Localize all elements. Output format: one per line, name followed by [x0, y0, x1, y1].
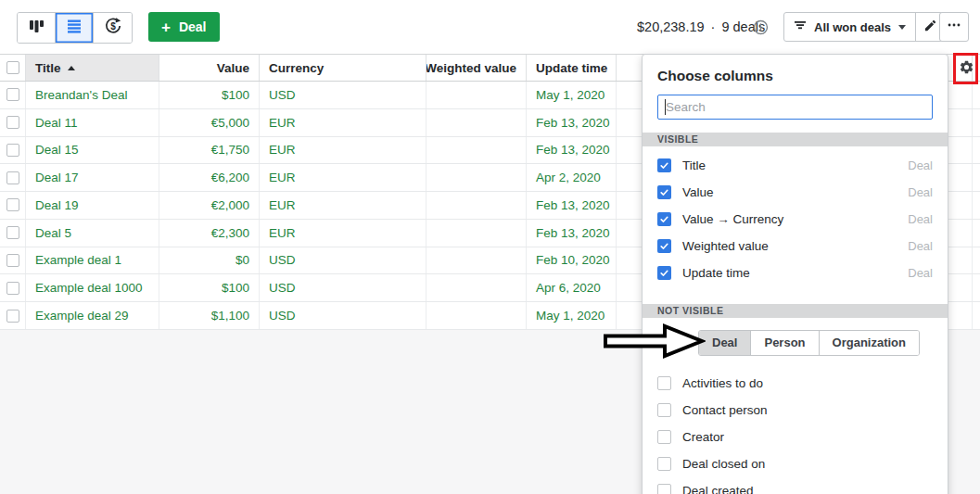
hidden-column-item[interactable]: Deal created: [643, 477, 948, 494]
row-checkbox[interactable]: [6, 226, 19, 239]
svg-text:$: $: [110, 21, 116, 32]
more-button[interactable]: [939, 12, 969, 42]
checkbox-checked[interactable]: [657, 239, 671, 253]
checkmark-icon: [661, 244, 668, 248]
row-checkbox-cell: [0, 302, 26, 329]
deal-title-link[interactable]: Example deal 29: [35, 309, 129, 323]
row-checkbox[interactable]: [6, 116, 19, 129]
deal-update-time: May 1, 2020: [527, 82, 617, 108]
hidden-column-item[interactable]: Creator: [643, 424, 948, 450]
visible-column-item[interactable]: Value → Currency Deal: [643, 206, 948, 233]
tab-deal[interactable]: Deal: [699, 331, 750, 355]
deal-weighted-value: [426, 82, 527, 108]
column-header-title[interactable]: Title: [26, 55, 159, 81]
deal-weighted-value: [426, 274, 527, 301]
search-wrapper: [657, 95, 933, 120]
column-scope-label: Deal: [908, 185, 933, 199]
column-header-title-label: Title: [35, 61, 61, 75]
deal-title-link[interactable]: Deal 11: [35, 116, 78, 130]
pipeline-view-button[interactable]: [18, 13, 56, 43]
column-label: Deal closed on: [682, 457, 933, 471]
forecast-view-button[interactable]: $: [94, 13, 132, 43]
deal-title-link[interactable]: Deal 15: [35, 143, 79, 157]
deal-update-time: Feb 13, 2020: [527, 109, 617, 136]
deal-weighted-value: [426, 247, 527, 274]
column-search-input[interactable]: [657, 95, 933, 120]
entity-tabs: Deal Person Organization: [698, 330, 920, 356]
checkbox-unchecked[interactable]: [657, 430, 671, 444]
column-scope-label: Deal: [908, 266, 933, 280]
checkbox-unchecked[interactable]: [657, 484, 671, 494]
checkmark-icon: [661, 163, 668, 168]
row-checkbox[interactable]: [6, 282, 19, 295]
visible-column-item[interactable]: Update time Deal: [643, 260, 948, 286]
column-label: Deal created: [682, 484, 933, 494]
hidden-column-item[interactable]: Contact person: [643, 397, 948, 424]
visible-column-item[interactable]: Title Deal: [643, 152, 948, 179]
visible-column-item[interactable]: Weighted value Deal: [643, 233, 948, 260]
row-checkbox[interactable]: [6, 144, 19, 157]
row-checkbox[interactable]: [6, 88, 19, 101]
deal-update-time: Apr 6, 2020: [527, 274, 617, 301]
list-view-button[interactable]: [56, 13, 94, 43]
deal-title-link[interactable]: Breandan's Deal: [35, 88, 127, 102]
info-icon[interactable]: [752, 19, 769, 35]
deal-update-time: Feb 10, 2020: [527, 247, 617, 274]
plus-icon: +: [161, 19, 171, 35]
panel-title: Choose columns: [657, 68, 933, 84]
add-deal-label: Deal: [179, 19, 207, 34]
checkbox-checked[interactable]: [657, 185, 671, 199]
deal-title-link[interactable]: Deal 17: [35, 171, 79, 184]
row-checkbox[interactable]: [6, 171, 19, 184]
visible-column-item[interactable]: Value Deal: [643, 179, 948, 206]
deal-title-link[interactable]: Example deal 1: [35, 253, 121, 267]
deal-currency: EUR: [260, 220, 426, 247]
deal-weighted-value: [426, 192, 527, 219]
empty-cell: [973, 137, 980, 164]
deal-value: $1,100: [159, 302, 260, 329]
column-scope-label: Deal: [908, 158, 933, 172]
row-checkbox[interactable]: [6, 254, 19, 267]
deals-summary: $20,238.19 · 9 deals: [637, 0, 765, 54]
checkbox-unchecked[interactable]: [657, 403, 671, 417]
deal-title-cell: Example deal 1000: [26, 274, 159, 301]
empty-cell: [973, 274, 980, 301]
column-header-currency[interactable]: Currency: [260, 55, 426, 81]
tab-organization[interactable]: Organization: [819, 331, 919, 355]
filter-button-group: All won deals: [783, 12, 945, 42]
filter-dropdown-button[interactable]: All won deals: [784, 13, 915, 41]
column-settings-gear-button[interactable]: [955, 57, 977, 80]
deal-weighted-value: [426, 137, 527, 164]
hidden-column-item[interactable]: Activities to do: [643, 370, 948, 397]
column-header-update-time[interactable]: Update time: [527, 55, 617, 81]
deal-title-link[interactable]: Example deal 1000: [35, 281, 143, 295]
deal-value: $100: [159, 274, 260, 301]
column-header-weighted-value[interactable]: Weighted value: [426, 55, 527, 81]
column-header-value[interactable]: Value: [159, 55, 260, 81]
deal-title-link[interactable]: Deal 19: [35, 198, 79, 212]
section-label-not-visible: NOT VISIBLE: [643, 304, 948, 318]
empty-cell: [973, 302, 980, 329]
row-checkbox[interactable]: [6, 198, 19, 211]
column-header-update-time-label: Update time: [536, 61, 607, 75]
select-all-checkbox[interactable]: [6, 61, 19, 74]
checkbox-checked[interactable]: [657, 212, 671, 226]
filter-label: All won deals: [814, 20, 891, 34]
summary-amount: $20,238.19: [637, 19, 705, 34]
pipeline-icon: [28, 18, 45, 39]
column-label: Activities to do: [682, 376, 933, 390]
deal-title-link[interactable]: Deal 5: [35, 226, 71, 240]
checkbox-checked[interactable]: [657, 158, 671, 172]
checkbox-unchecked[interactable]: [657, 457, 671, 471]
tab-person[interactable]: Person: [750, 331, 818, 355]
hidden-column-item[interactable]: Deal closed on: [643, 450, 948, 477]
gear-icon: [959, 59, 974, 79]
deal-currency: EUR: [260, 109, 426, 136]
deal-title-cell: Deal 19: [26, 192, 159, 219]
checkbox-checked[interactable]: [657, 266, 671, 280]
checkbox-unchecked[interactable]: [657, 376, 671, 390]
add-deal-button[interactable]: + Deal: [148, 12, 220, 42]
deal-value: €1,750: [159, 137, 260, 164]
deal-currency: USD: [260, 302, 426, 329]
row-checkbox[interactable]: [6, 310, 19, 323]
